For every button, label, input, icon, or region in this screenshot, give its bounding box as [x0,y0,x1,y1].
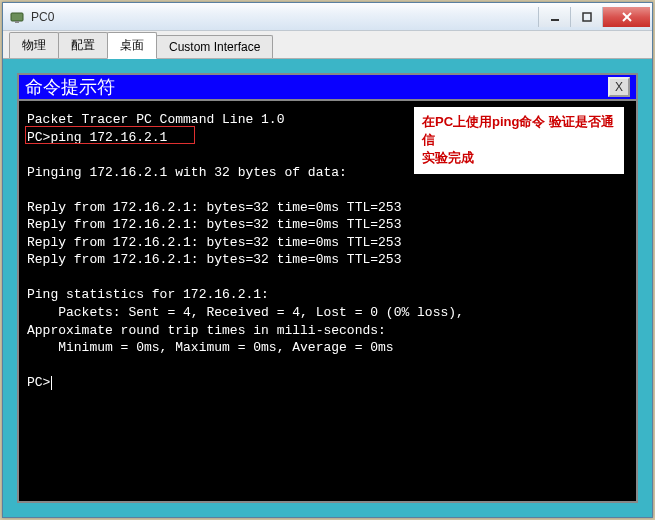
tab-physical[interactable]: 物理 [9,32,59,58]
app-icon [9,9,25,25]
window-controls [538,7,650,27]
tabstrip: 物理 配置 桌面 Custom Interface [3,31,652,59]
annotation-line1: 在PC上使用ping命令 验证是否通信 [422,113,616,149]
terminal-window: 命令提示符 X Packet Tracer PC Command Line 1.… [17,73,638,503]
tab-custom-interface[interactable]: Custom Interface [156,35,273,58]
annotation-callout: 在PC上使用ping命令 验证是否通信 实验完成 [414,107,624,174]
terminal-body[interactable]: Packet Tracer PC Command Line 1.0 PC>pin… [19,101,636,501]
svg-rect-1 [15,21,19,23]
tab-content: 命令提示符 X Packet Tracer PC Command Line 1.… [3,59,652,517]
tab-config[interactable]: 配置 [58,32,108,58]
terminal-prompt: PC> [27,375,52,390]
terminal-titlebar[interactable]: 命令提示符 X [19,75,636,101]
svg-rect-3 [583,13,591,21]
terminal-close-button[interactable]: X [608,77,630,97]
app-window: PC0 物理 配置 桌面 Custom Interface 命令提示符 X Pa… [2,2,653,518]
annotation-line2: 实验完成 [422,149,616,167]
tab-desktop[interactable]: 桌面 [107,32,157,59]
minimize-button[interactable] [538,7,570,27]
maximize-button[interactable] [570,7,602,27]
svg-rect-0 [11,13,23,21]
close-button[interactable] [602,7,650,27]
terminal-title: 命令提示符 [25,75,115,99]
titlebar[interactable]: PC0 [3,3,652,31]
window-title: PC0 [31,10,538,24]
